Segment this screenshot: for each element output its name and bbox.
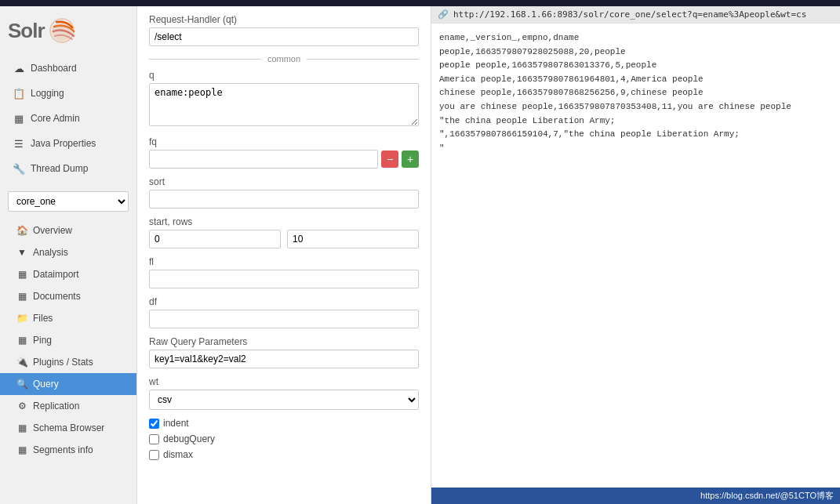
fl-input[interactable]: [149, 270, 419, 288]
fq-input[interactable]: [149, 150, 378, 169]
sub-nav-label: Query: [33, 379, 59, 390]
fq-add-button[interactable]: +: [402, 150, 419, 168]
core-select[interactable]: core_one: [8, 191, 129, 212]
sub-nav-item-segments-info[interactable]: ▦ Segments info: [0, 439, 136, 461]
query-panel: Request-Handler (qt) common q ename:peop…: [137, 6, 431, 504]
fq-group: fq − +: [149, 136, 419, 169]
sub-nav-label: Overview: [33, 225, 72, 236]
sub-nav-item-query[interactable]: 🔍 Query: [0, 373, 136, 395]
sidebar-item-logging[interactable]: 📋 Logging: [0, 81, 136, 106]
wt-select[interactable]: csv json xml python ruby: [149, 390, 419, 410]
section-divider-common: common: [149, 54, 419, 63]
sort-label: sort: [149, 176, 419, 187]
dataimport-icon: ▦: [16, 268, 28, 281]
debug-query-row: debugQuery: [149, 433, 419, 444]
fq-row: − +: [149, 150, 419, 169]
url-text: http://192.168.1.66:8983/solr/core_one/s…: [453, 9, 806, 20]
result-line: ename,_version_,empno,dname: [439, 31, 832, 45]
result-line: people,1663579807928025088,20,people: [439, 45, 832, 60]
sidebar-item-label: Logging: [31, 88, 64, 99]
sort-input[interactable]: [149, 190, 419, 208]
debug-query-checkbox[interactable]: [149, 434, 159, 444]
df-group: df: [149, 296, 419, 328]
indent-label: indent: [163, 418, 189, 429]
sub-nav-item-overview[interactable]: 🏠 Overview: [0, 219, 136, 241]
content-area: Request-Handler (qt) common q ename:peop…: [137, 6, 840, 504]
sidebar-item-thread-dump[interactable]: 🔧 Thread Dump: [0, 156, 136, 181]
sidebar-item-java-properties[interactable]: ☰ Java Properties: [0, 131, 136, 156]
wt-label: wt: [149, 376, 419, 387]
rows-input[interactable]: [287, 230, 419, 248]
core-admin-icon: ▦: [12, 111, 26, 125]
indent-checkbox[interactable]: [149, 419, 159, 429]
sub-nav-item-ping[interactable]: ▦ Ping: [0, 329, 136, 351]
sub-nav-item-analysis[interactable]: ▼ Analysis: [0, 241, 136, 263]
sub-nav-item-replication[interactable]: ⚙ Replication: [0, 395, 136, 417]
result-line: America people,1663579807861964801,4,Ame…: [439, 73, 832, 87]
result-line: you are chinese people,16635798078703534…: [439, 100, 832, 114]
start-rows-label: start, rows: [149, 216, 419, 227]
df-input[interactable]: [149, 310, 419, 328]
sub-nav-label: Files: [33, 313, 53, 324]
start-rows-group: start, rows: [149, 216, 419, 248]
result-line: "the china people Liberation Army;: [439, 114, 832, 129]
logo-area: Solr: [0, 6, 136, 52]
sub-nav-item-plugins-stats[interactable]: 🔌 Plugins / Stats: [0, 351, 136, 373]
sub-nav-label: Schema Browser: [33, 422, 104, 433]
divider-line-right: [307, 59, 419, 60]
dashboard-icon: ☁: [12, 61, 26, 75]
sub-nav-item-files[interactable]: 📁 Files: [0, 307, 136, 329]
result-line: people people,1663579807863013376,5,peop…: [439, 59, 832, 73]
fq-label: fq: [149, 136, 419, 147]
request-handler-input[interactable]: [149, 27, 419, 46]
start-rows-row: [149, 230, 419, 248]
sidebar-item-label: Thread Dump: [31, 163, 88, 174]
request-handler-label: Request-Handler (qt): [149, 14, 419, 25]
q-group: q ename:people: [149, 70, 419, 129]
documents-icon: ▦: [16, 290, 28, 303]
overview-icon: 🏠: [16, 224, 28, 237]
logo-text: Solr: [8, 19, 45, 43]
url-icon: 🔗: [438, 9, 449, 20]
q-input[interactable]: ename:people: [149, 83, 419, 126]
result-line: chinese people,1663579807868256256,9,chi…: [439, 86, 832, 100]
top-bar: [0, 0, 840, 6]
sub-nav-item-schema-browser[interactable]: ▦ Schema Browser: [0, 417, 136, 439]
java-properties-icon: ☰: [12, 136, 26, 150]
sub-nav-item-documents[interactable]: ▦ Documents: [0, 285, 136, 307]
q-label: q: [149, 70, 419, 81]
plugins-icon: 🔌: [16, 356, 28, 368]
core-selector: core_one: [8, 191, 129, 212]
sidebar-item-label: Java Properties: [31, 138, 96, 149]
raw-query-input[interactable]: [149, 350, 419, 368]
start-input[interactable]: [149, 230, 281, 248]
sidebar-item-dashboard[interactable]: ☁ Dashboard: [0, 56, 136, 81]
indent-row: indent: [149, 418, 419, 429]
sidebar-item-label: Dashboard: [31, 63, 77, 74]
sort-group: sort: [149, 176, 419, 208]
logging-icon: 📋: [12, 86, 26, 100]
divider-text: common: [261, 54, 307, 63]
logo-icon: [45, 16, 80, 45]
dismax-checkbox[interactable]: [149, 450, 159, 460]
result-line: ",1663579807866159104,7,"the china peopl…: [439, 128, 832, 142]
sub-nav-label: Plugins / Stats: [33, 357, 93, 368]
sub-nav-item-dataimport[interactable]: ▦ Dataimport: [0, 263, 136, 285]
result-line: ": [439, 142, 832, 156]
sub-nav-label: Segments info: [33, 444, 93, 455]
results-panel: 🔗 http://192.168.1.66:8983/solr/core_one…: [431, 6, 840, 504]
raw-query-group: Raw Query Parameters: [149, 336, 419, 368]
files-icon: 📁: [16, 312, 28, 325]
sidebar-item-core-admin[interactable]: ▦ Core Admin: [0, 106, 136, 131]
sub-nav-label: Replication: [33, 401, 79, 412]
results-url-bar: 🔗 http://192.168.1.66:8983/solr/core_one…: [431, 6, 840, 24]
divider-line-left: [149, 59, 261, 60]
nav-items: ☁ Dashboard 📋 Logging ▦ Core Admin ☰ Jav…: [0, 52, 136, 185]
sub-nav-label: Analysis: [33, 247, 68, 258]
thread-dump-icon: 🔧: [12, 161, 26, 176]
wt-group: wt csv json xml python ruby: [149, 376, 419, 410]
schema-browser-icon: ▦: [16, 422, 28, 434]
df-label: df: [149, 296, 419, 307]
results-content: ename,_version_,empno,dnamepeople,166357…: [431, 24, 840, 488]
fq-remove-button[interactable]: −: [381, 150, 398, 168]
